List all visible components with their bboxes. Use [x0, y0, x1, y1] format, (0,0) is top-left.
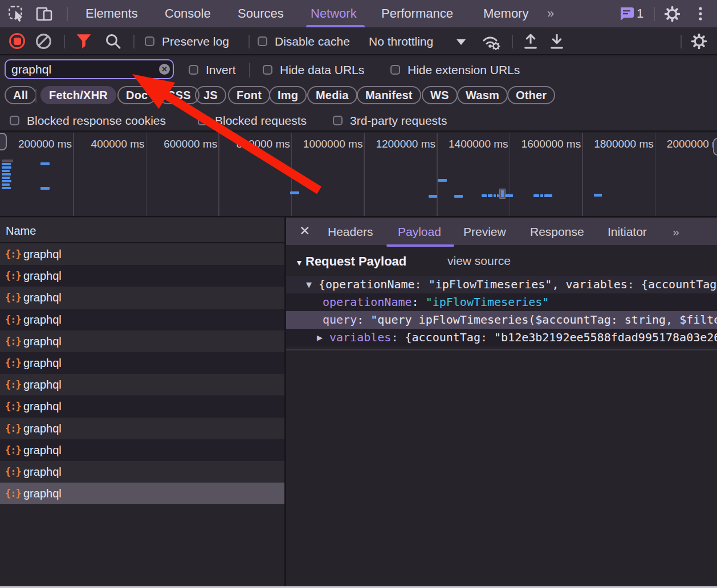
resource-type-filters: AllFetch/XHRDocCSSJSFontImgMediaManifest… [0, 84, 717, 109]
devtools-tabbar: ElementsConsoleSourcesNetworkPerformance… [0, 0, 717, 27]
timeline-bar [2, 166, 11, 169]
network-overview-timeline[interactable]: 200000 ms400000 ms600000 ms800000 ms1000… [0, 133, 717, 217]
request-name: graphql [23, 439, 62, 461]
toolbar-divider [512, 35, 513, 48]
pill-css[interactable]: CSS [158, 86, 199, 104]
expanded-icon[interactable]: ▼ [306, 276, 312, 293]
third-party-requests-checkbox[interactable] [333, 116, 343, 125]
detail-tab-initiator[interactable]: Initiator [608, 218, 647, 245]
request-row[interactable]: {:}graphql [0, 483, 285, 504]
request-row[interactable]: {:}graphql [0, 243, 285, 265]
tab-network[interactable]: Network [311, 0, 357, 27]
request-row[interactable]: {:}graphql [0, 265, 285, 287]
request-row[interactable]: {:}graphql [0, 461, 285, 483]
timeline-bar [506, 194, 513, 197]
overview-right-handle[interactable] [713, 138, 717, 156]
filter-icon[interactable] [76, 34, 92, 49]
collapsed-icon[interactable]: ▶ [317, 329, 323, 346]
overview-left-handle[interactable] [0, 133, 7, 150]
import-har-icon[interactable] [522, 32, 539, 50]
timeline-bar [544, 194, 552, 197]
blocked-response-cookies-label: Blocked response cookies [27, 109, 166, 132]
disable-cache-checkbox[interactable] [258, 36, 267, 46]
network-toolbar: Preserve log Disable cache No throttling [0, 27, 717, 55]
clear-filter-icon[interactable]: ✕ [159, 64, 170, 75]
request-row[interactable]: {:}graphql [0, 418, 285, 439]
settings-gear-icon[interactable] [664, 6, 681, 22]
tab-console[interactable]: Console [165, 0, 211, 27]
issues-icon[interactable] [619, 7, 635, 22]
detail-more-tabs-icon[interactable]: » [673, 218, 679, 245]
search-icon[interactable] [105, 33, 122, 50]
hide-extension-urls-checkbox[interactable] [390, 65, 400, 75]
request-row[interactable]: {:}graphql [0, 309, 285, 330]
timeline-bar [429, 195, 437, 198]
pill-wasm[interactable]: Wasm [457, 86, 508, 104]
blocked-response-cookies-checkbox[interactable] [10, 116, 19, 125]
blocked-requests-checkbox[interactable] [198, 116, 207, 125]
name-column-header[interactable]: Name [0, 218, 285, 243]
pill-fetch-xhr[interactable]: Fetch/XHR [40, 86, 116, 104]
payload-tree-row[interactable]: ▶variables: {accountTag: "b12e3b2192ee55… [286, 329, 717, 346]
request-row[interactable]: {:}graphql [0, 395, 285, 417]
tab-performance[interactable]: Performance [381, 0, 453, 27]
detail-tab-preview[interactable]: Preview [463, 218, 506, 245]
preserve-log-checkbox[interactable] [145, 36, 154, 46]
json-request-icon: {:} [5, 461, 21, 483]
invert-label: Invert [206, 56, 236, 84]
pill-js[interactable]: JS [195, 86, 226, 104]
throttling-select[interactable]: No throttling [369, 27, 433, 55]
timeline-bar [497, 194, 499, 197]
clear-button[interactable] [35, 33, 52, 50]
request-row[interactable]: {:}graphql [0, 352, 285, 374]
pill-doc[interactable]: Doc [117, 86, 156, 104]
hide-extension-urls-label: Hide extension URLs [408, 56, 520, 84]
network-conditions-icon[interactable] [482, 33, 501, 50]
record-button[interactable] [9, 33, 25, 49]
tab-sources[interactable]: Sources [238, 0, 284, 27]
request-row[interactable]: {:}graphql [0, 287, 285, 308]
request-row[interactable]: {:}graphql [0, 330, 285, 352]
timeline-bar [594, 194, 602, 197]
request-row[interactable]: {:}graphql [0, 439, 285, 461]
pill-all[interactable]: All [5, 86, 36, 104]
timeline-bar [2, 173, 11, 175]
detail-tab-response[interactable]: Response [530, 218, 584, 245]
inspect-element-icon[interactable] [8, 5, 25, 22]
pill-other[interactable]: Other [507, 86, 555, 104]
tab-memory[interactable]: Memory [483, 0, 528, 27]
section-collapse-icon[interactable]: ▼ [295, 258, 303, 267]
pill-ws[interactable]: WS [422, 86, 458, 104]
tab-elements[interactable]: Elements [85, 0, 138, 27]
pill-manifest[interactable]: Manifest [357, 86, 421, 104]
export-har-icon[interactable] [548, 32, 565, 50]
menu-dots-icon[interactable] [698, 6, 703, 23]
json-request-icon: {:} [5, 374, 21, 395]
network-settings-gear-icon[interactable] [691, 33, 707, 50]
pill-img[interactable]: Img [269, 86, 307, 104]
payload-tree-row[interactable]: operationName: "ipFlowTimeseries" [286, 293, 717, 311]
device-toolbar-icon[interactable] [35, 5, 54, 22]
pill-media[interactable]: Media [307, 86, 357, 104]
payload-tree-row[interactable]: query: "query ipFlowTimeseries($accountT… [286, 311, 717, 329]
close-details-icon[interactable]: ✕ [299, 218, 310, 245]
pill-font[interactable]: Font [228, 86, 270, 104]
invert-checkbox[interactable] [189, 65, 198, 75]
detail-tab-headers[interactable]: Headers [328, 218, 373, 245]
view-source-link[interactable]: view source [447, 254, 511, 268]
payload-tree-row[interactable]: ▼{operationName: "ipFlowTimeseries", var… [286, 276, 717, 293]
tree-text-segment: variables [329, 330, 391, 344]
json-request-icon: {:} [5, 309, 21, 330]
hide-data-urls-checkbox[interactable] [263, 65, 272, 75]
more-tabs-icon[interactable]: » [547, 0, 554, 27]
timeline-bar-gray [2, 160, 13, 162]
request-row[interactable]: {:}graphql [0, 374, 285, 395]
timeline-bar [2, 170, 10, 172]
request-name: graphql [23, 287, 62, 308]
filter-input[interactable] [5, 59, 174, 79]
tree-text-segment: "query ipFlowTimeseries($accountTag: str… [370, 313, 717, 326]
request-name: graphql [23, 483, 62, 504]
throttling-dropdown-icon[interactable] [457, 39, 466, 45]
detail-tab-payload[interactable]: Payload [398, 218, 441, 245]
issues-count[interactable]: 1 [637, 0, 643, 27]
